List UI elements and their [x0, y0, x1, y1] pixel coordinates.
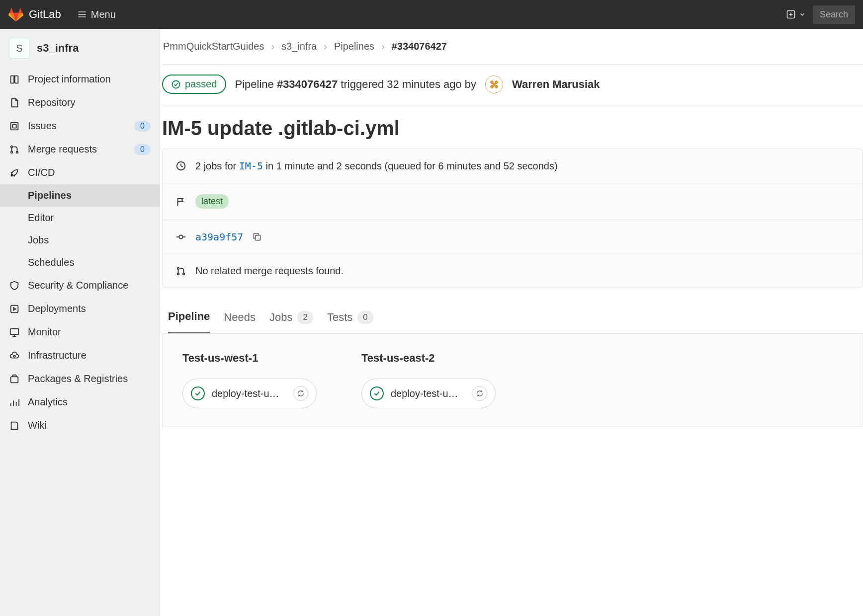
merge-icon — [9, 144, 20, 155]
user-name[interactable]: Warren Marusiak — [512, 78, 600, 91]
sidebar-label: Project information — [28, 74, 111, 85]
mr-count-badge: 0 — [134, 144, 151, 155]
svg-point-28 — [177, 273, 179, 275]
job-name: deploy-test-u… — [212, 388, 286, 399]
sidebar-item-project-info[interactable]: Project information — [0, 68, 160, 91]
main-content: PmmQuickStartGuides › s3_infra › Pipelin… — [160, 29, 863, 616]
branch-link[interactable]: IM-5 — [239, 160, 263, 172]
sidebar-label: Infrastructure — [28, 350, 86, 361]
user-avatar[interactable] — [485, 76, 503, 93]
svg-point-29 — [183, 273, 185, 275]
detail-mr-row: No related merge requests found. — [163, 254, 863, 288]
rocket-icon — [9, 167, 20, 178]
copy-icon[interactable] — [252, 232, 262, 242]
sidebar-item-merge-requests[interactable]: Merge requests 0 — [0, 138, 160, 161]
retry-button[interactable] — [293, 386, 308, 401]
sidebar-item-analytics[interactable]: Analytics — [0, 390, 160, 414]
sidebar-item-issues[interactable]: Issues 0 — [0, 114, 160, 138]
breadcrumb-item[interactable]: Pipelines — [334, 41, 374, 52]
sidebar-item-infrastructure[interactable]: Infrastructure — [0, 344, 160, 367]
sidebar-label: Deployments — [28, 303, 86, 314]
page-title: IM-5 update .gitlab-ci.yml — [162, 104, 863, 149]
sidebar-sub-schedules[interactable]: Schedules — [0, 251, 160, 274]
check-circle-icon — [171, 79, 181, 89]
package-icon — [9, 374, 20, 385]
project-header[interactable]: S s3_infra — [0, 33, 160, 68]
job-name: deploy-test-u… — [391, 388, 465, 399]
breadcrumb-current: #334076427 — [392, 41, 447, 52]
menu-label: Menu — [91, 9, 116, 20]
job-pill[interactable]: deploy-test-u… — [361, 379, 496, 408]
create-dropdown[interactable] — [786, 9, 806, 19]
breadcrumb-item[interactable]: s3_infra — [281, 41, 317, 52]
svg-point-9 — [11, 151, 13, 153]
retry-icon — [297, 389, 305, 397]
retry-button[interactable] — [472, 386, 487, 401]
topbar: GitLab Menu Search — [0, 0, 863, 29]
project-avatar: S — [9, 38, 30, 59]
job-pill[interactable]: deploy-test-u… — [182, 379, 317, 408]
sidebar-label: Merge requests — [28, 144, 97, 155]
latest-tag: latest — [195, 194, 229, 209]
mr-text: No related merge requests found. — [195, 265, 344, 277]
search-input[interactable]: Search — [813, 5, 855, 24]
status-text: passed — [185, 78, 217, 90]
sidebar-item-packages[interactable]: Packages & Registries — [0, 367, 160, 390]
clock-icon — [175, 160, 186, 171]
sidebar-label: CI/CD — [28, 167, 55, 178]
stage-name: Test-us-east-2 — [361, 352, 496, 365]
sidebar-item-security[interactable]: Security & Compliance — [0, 274, 160, 297]
svg-rect-11 — [11, 305, 18, 312]
stage: Test-us-west-1 deploy-test-u… — [182, 352, 317, 408]
svg-point-10 — [16, 151, 18, 153]
pipeline-details-box: 2 jobs for IM-5 in 1 minute and 2 second… — [162, 149, 863, 288]
sidebar-item-repository[interactable]: Repository — [0, 91, 160, 114]
tab-needs[interactable]: Needs — [224, 310, 256, 333]
commit-sha-link[interactable]: a39a9f57 — [195, 231, 243, 243]
job-status-icon — [370, 386, 384, 400]
deploy-icon — [9, 304, 20, 314]
sidebar-label: Issues — [28, 120, 57, 132]
sidebar-label: Wiki — [28, 420, 47, 431]
svg-point-21 — [173, 80, 180, 88]
tab-pipeline[interactable]: Pipeline — [168, 310, 210, 333]
breadcrumb-item[interactable]: PmmQuickStartGuides — [163, 41, 264, 52]
svg-rect-16 — [11, 377, 18, 383]
tab-jobs[interactable]: Jobs2 — [269, 310, 313, 333]
sidebar-label: Analytics — [28, 396, 68, 408]
pipeline-graph: Test-us-west-1 deploy-test-u… Test-us-ea… — [162, 334, 863, 427]
brand-text: GitLab — [29, 8, 61, 21]
svg-rect-26 — [256, 235, 260, 240]
issues-count-badge: 0 — [134, 121, 151, 132]
menu-button[interactable]: Menu — [77, 9, 116, 20]
shield-icon — [9, 280, 20, 291]
sidebar-item-wiki[interactable]: Wiki — [0, 414, 160, 437]
sidebar-item-cicd[interactable]: CI/CD — [0, 161, 160, 184]
tab-tests[interactable]: Tests0 — [327, 310, 373, 333]
pipeline-trigger-text: Pipeline #334076427 triggered 32 minutes… — [235, 78, 477, 91]
sidebar-label: Packages & Registries — [28, 373, 128, 385]
commit-icon — [175, 231, 186, 242]
logo[interactable]: GitLab — [8, 6, 61, 22]
sidebar-label: Repository — [28, 97, 76, 108]
analytics-icon — [9, 397, 20, 408]
sidebar-item-monitor[interactable]: Monitor — [0, 320, 160, 344]
merge-icon — [175, 266, 186, 277]
sidebar-sub-pipelines[interactable]: Pipelines — [0, 184, 160, 207]
sidebar-sub-editor[interactable]: Editor — [0, 207, 160, 229]
sidebar-item-deployments[interactable]: Deployments — [0, 297, 160, 320]
status-badge[interactable]: passed — [162, 75, 226, 94]
svg-point-15 — [13, 355, 15, 357]
project-name: s3_infra — [37, 42, 79, 55]
sidebar-sub-jobs[interactable]: Jobs — [0, 229, 160, 251]
detail-commit-row: a39a9f57 — [163, 220, 863, 254]
detail-flag-row: latest — [163, 183, 863, 220]
svg-rect-12 — [10, 328, 19, 334]
wiki-icon — [9, 420, 20, 431]
flag-icon — [175, 196, 186, 207]
job-status-icon — [191, 386, 205, 400]
svg-rect-7 — [12, 124, 16, 128]
pipeline-header: passed Pipeline #334076427 triggered 32 … — [162, 64, 863, 104]
svg-point-23 — [179, 235, 182, 238]
monitor-icon — [9, 327, 20, 338]
